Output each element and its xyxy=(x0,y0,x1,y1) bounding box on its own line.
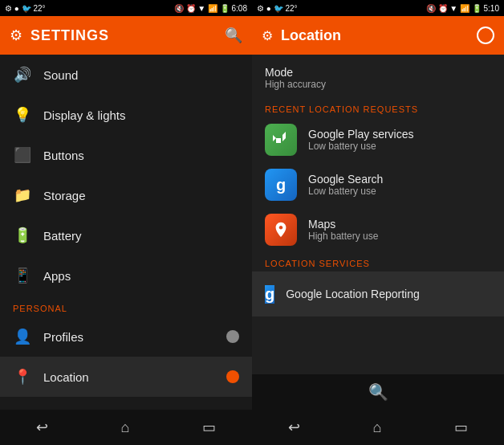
right-nav-bar: ↩ ⌂ ▭ xyxy=(252,410,504,445)
menu-item-buttons-label: Buttons xyxy=(43,149,239,162)
location-icon: 📍 xyxy=(13,368,32,386)
personal-section-label: PERSONAL xyxy=(0,296,252,316)
mode-value: High accuracy xyxy=(265,79,491,90)
play-services-name: Google Play services xyxy=(308,128,414,141)
bottom-search-icon[interactable]: 🔍 xyxy=(368,382,388,402)
location-panel: ⚙ ● 🐦 22° 🔇 ⏰ ▼ 📶 🔋 5:10 ⚙ Location Mode… xyxy=(252,0,504,445)
storage-icon: 📁 xyxy=(13,186,32,204)
app-item-search[interactable]: g Google Search Low battery use xyxy=(252,162,504,207)
right-home-button[interactable]: ⌂ xyxy=(373,419,382,436)
menu-item-display[interactable]: 💡 Display & lights xyxy=(0,95,252,135)
right-status-right-icons: 🔇 ⏰ ▼ 📶 🔋 5:10 xyxy=(426,4,499,13)
location-dot xyxy=(226,370,239,383)
right-recents-button[interactable]: ▭ xyxy=(454,418,468,436)
left-status-left-icons: ⚙ ● 🐦 22° xyxy=(5,4,46,13)
play-services-info: Google Play services Low battery use xyxy=(308,128,414,152)
search-icon[interactable]: 🔍 xyxy=(225,27,242,44)
app-item-location-reporting[interactable]: g Google Location Reporting xyxy=(252,271,504,316)
maps-info: Maps High battery use xyxy=(308,218,378,242)
security-icon: 🛡 xyxy=(13,409,32,410)
buttons-icon: ⬛ xyxy=(13,146,32,164)
menu-item-buttons[interactable]: ⬛ Buttons xyxy=(0,135,252,175)
maps-icon xyxy=(265,214,297,246)
settings-menu-list: 🔊 Sound 💡 Display & lights ⬛ Buttons 📁 S… xyxy=(0,55,252,410)
location-services-label: LOCATION SERVICES xyxy=(252,252,504,271)
menu-item-profiles[interactable]: 👤 Profiles xyxy=(0,316,252,357)
menu-item-battery[interactable]: 🔋 Battery xyxy=(0,215,252,255)
back-button[interactable]: ↩ xyxy=(36,418,48,436)
menu-item-battery-label: Battery xyxy=(43,229,239,243)
gear-icon: ⚙ xyxy=(10,27,22,44)
menu-item-apps-label: Apps xyxy=(43,269,239,283)
left-top-bar: ⚙ SETTINGS 🔍 xyxy=(0,16,252,55)
mode-label: Mode xyxy=(265,66,491,79)
search-sub: Low battery use xyxy=(308,186,383,197)
menu-item-storage[interactable]: 📁 Storage xyxy=(0,175,252,215)
app-item-play-services[interactable]: Google Play services Low battery use xyxy=(252,117,504,162)
settings-panel: ⚙ ● 🐦 22° 🔇 ⏰ ▼ 📶 🔋 6:08 ⚙ SETTINGS 🔍 🔊 … xyxy=(0,0,252,445)
more-button[interactable] xyxy=(477,27,494,44)
menu-item-display-label: Display & lights xyxy=(43,108,239,122)
location-title: Location xyxy=(281,27,469,44)
right-search-bar[interactable]: 🔍 xyxy=(252,374,504,410)
battery-icon: 🔋 xyxy=(13,227,32,244)
right-status-left-icons: ⚙ ● 🐦 22° xyxy=(257,4,298,13)
app-item-maps[interactable]: Maps High battery use xyxy=(252,207,504,252)
play-services-sub: Low battery use xyxy=(308,141,414,152)
apps-icon: 📱 xyxy=(13,267,32,284)
sound-icon: 🔊 xyxy=(13,66,32,84)
menu-item-security[interactable]: 🛡 Security xyxy=(0,397,252,410)
maps-name: Maps xyxy=(308,218,378,231)
right-gear-icon: ⚙ xyxy=(262,28,273,43)
menu-item-sound-label: Sound xyxy=(43,68,239,82)
home-button[interactable]: ⌂ xyxy=(121,419,130,436)
settings-title: SETTINGS xyxy=(30,27,217,44)
right-top-bar: ⚙ Location xyxy=(252,16,504,55)
recents-button[interactable]: ▭ xyxy=(202,418,216,436)
mode-section[interactable]: Mode High accuracy xyxy=(252,55,504,98)
location-reporting-info: Google Location Reporting xyxy=(286,287,420,301)
menu-item-profiles-label: Profiles xyxy=(43,330,215,344)
left-status-bar: ⚙ ● 🐦 22° 🔇 ⏰ ▼ 📶 🔋 6:08 xyxy=(0,0,252,16)
left-status-right-icons: 🔇 ⏰ ▼ 📶 🔋 6:08 xyxy=(174,4,247,13)
menu-item-location[interactable]: 📍 Location xyxy=(0,357,252,397)
menu-item-sound[interactable]: 🔊 Sound xyxy=(0,55,252,95)
menu-item-storage-label: Storage xyxy=(43,189,239,202)
menu-item-location-label: Location xyxy=(43,370,215,384)
display-icon: 💡 xyxy=(13,106,32,124)
left-nav-bar: ↩ ⌂ ▭ xyxy=(0,410,252,445)
profiles-icon: 👤 xyxy=(13,328,32,345)
google-search-icon: g xyxy=(265,169,297,201)
location-content: Mode High accuracy RECENT LOCATION REQUE… xyxy=(252,55,504,374)
search-name: Google Search xyxy=(308,173,383,186)
location-reporting-name: Google Location Reporting xyxy=(286,288,420,300)
menu-item-apps[interactable]: 📱 Apps xyxy=(0,255,252,296)
maps-sub: High battery use xyxy=(308,231,378,242)
right-back-button[interactable]: ↩ xyxy=(288,418,300,436)
recent-location-label: RECENT LOCATION REQUESTS xyxy=(252,98,504,117)
play-services-icon xyxy=(265,124,297,156)
right-status-bar: ⚙ ● 🐦 22° 🔇 ⏰ ▼ 📶 🔋 5:10 xyxy=(252,0,504,16)
search-info: Google Search Low battery use xyxy=(308,173,383,197)
location-reporting-icon: g xyxy=(265,285,274,304)
profiles-dot xyxy=(226,330,239,343)
